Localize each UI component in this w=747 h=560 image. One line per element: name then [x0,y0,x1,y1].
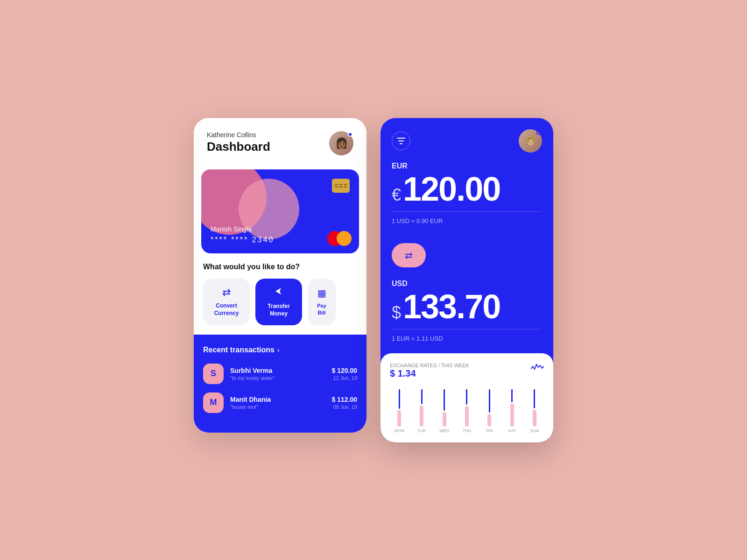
usd-rate: 1 EUR = 1.11 USD [392,335,542,342]
bar-pink-sun [533,410,536,426]
card-info: Manish Singla **** **** 2340 [211,225,274,244]
chart-header: EXCHANGE RATES / THIS WEEK $ 1.34 [390,363,544,385]
bar-pink-mon [397,410,401,427]
bar-label-sat: SAT [508,428,516,433]
bar-blue-wed [444,389,445,411]
tx-note-2: "house rent" [230,404,325,410]
bar-blue-sun [534,389,535,409]
bar-wrap-mon [390,389,409,427]
tx-avatar-manit: M [203,392,224,413]
eur-section: EUR € 120.00 1 USD = 0.90 EUR [381,157,553,236]
swap-button[interactable]: ⇄ [392,243,426,267]
chart-title: EXCHANGE RATES / THIS WEEK [390,363,469,368]
mastercard-logo [327,231,352,246]
actions-section: What would you like to do? ⇄ ConvertCurr… [194,263,366,335]
swap-section: ⇄ [381,243,553,267]
chart-section: EXCHANGE RATES / THIS WEEK $ 1.34 MONTUE… [381,353,553,442]
bar-label-wed: WED [439,428,449,433]
left-panel: Katherine Collins Dashboard 👩🏾 [194,118,366,433]
transactions-title: Recent transactions [203,346,275,354]
eur-amount-row: € 120.00 [392,172,542,206]
chip-line [344,186,347,188]
bar-pink-wed [443,412,446,426]
right-panel: 👩🏼 EUR € 120.00 1 USD = 0.90 EUR ⇄ USD $ [381,118,553,442]
tx-note-1: "to my lovely sister" [230,375,325,381]
bar-group-thu: THU [458,389,476,433]
usd-amount: 133.70 [403,290,500,323]
pay-bill-button[interactable]: ▦ PayBill [308,279,336,325]
bar-blue-tue [421,389,423,404]
app-container: Katherine Collins Dashboard 👩🏾 [194,118,553,442]
bank-card[interactable]: Manish Singla **** **** 2340 [201,169,359,253]
tx-info-surbhi: Surbhi Verma "to my lovely sister" [230,367,325,381]
svg-rect-0 [397,138,405,139]
usd-divider [392,329,542,329]
mc-orange-circle [337,231,352,246]
eur-label: EUR [392,162,542,170]
tx-date-1: 12 Jun, 19 [332,375,358,381]
avatar-status-dot [348,132,352,137]
bar-wrap-sun [525,389,544,427]
chart-title-sub: / THIS WEEK [438,363,469,368]
transaction-item-2[interactable]: M Manit Dhania "house rent" $ 112.00 08 … [203,392,357,413]
bar-label-tue: TUE [417,428,426,433]
eur-rate: 1 USD = 0.90 EUR [392,217,542,224]
bar-group-fri: FRI [480,389,499,433]
chart-title-main: EXCHANGE RATES [390,363,437,368]
bar-pink-thu [465,406,469,427]
pay-bill-icon: ▦ [317,287,326,299]
tx-info-manit: Manit Dhania "house rent" [230,396,325,410]
actions-row: ⇄ ConvertCurrency TransferMoney ▦ PayBil… [203,279,357,325]
filter-button[interactable] [392,132,410,150]
chart-current-value: $ 1.34 [390,368,469,379]
bar-blue-sat [511,389,513,403]
card-holder-name: Manish Singla [211,225,274,233]
chip-line [339,186,342,188]
eur-amount: 120.00 [403,172,500,206]
tx-amount-col-1: $ 120.00 12 Jun, 19 [332,367,358,381]
right-avatar[interactable]: 👩🏼 [519,129,542,153]
right-avatar-dot [536,130,541,135]
usd-amount-row: $ 133.70 [392,290,542,323]
bar-wrap-fri [480,389,499,427]
transaction-item-1[interactable]: S Surbhi Verma "to my lovely sister" $ 1… [203,364,357,384]
chart-title-group: EXCHANGE RATES / THIS WEEK $ 1.34 [390,363,469,385]
svg-rect-2 [400,143,402,144]
bar-blue-fri [489,389,490,413]
convert-icon: ⇄ [222,287,231,299]
convert-label: ConvertCurrency [214,302,239,317]
bar-label-thu: THU [463,428,472,433]
bar-label-mon: MON [395,428,404,433]
bar-chart: MONTUEWEDTHUFRISATSUN [390,386,544,433]
bar-group-sat: SAT [502,389,521,433]
transactions-more-arrow[interactable]: › [277,346,280,354]
transfer-icon [274,286,284,299]
tx-amount-col-2: $ 112.00 08 Jun, 19 [332,396,358,410]
transfer-money-button[interactable]: TransferMoney [255,279,302,325]
user-name: Katherine Collins [207,131,270,139]
chip-icon [332,179,350,193]
tx-avatar-surbhi: S [203,364,224,384]
bar-group-tue: TUE [412,389,431,433]
bar-group-sun: SUN [525,389,544,433]
tx-name-2: Manit Dhania [230,396,325,403]
bar-wrap-wed [435,389,454,427]
bar-wrap-tue [412,389,431,427]
tx-date-2: 08 Jun, 19 [332,404,358,410]
usd-section: USD $ 133.70 1 EUR = 1.11 USD [381,275,553,353]
page-title: Dashboard [207,140,270,154]
chip-line [335,186,338,188]
pay-bill-label: PayBill [317,302,326,316]
bar-pink-fri [487,414,491,427]
bar-blue-mon [399,389,400,409]
usd-label: USD [392,280,542,288]
chip-line [339,184,342,185]
bar-label-fri: FRI [486,428,493,433]
avatar-wrap[interactable]: 👩🏾 [329,131,353,155]
card-number: **** **** 2340 [211,236,274,244]
bar-group-mon: MON [390,389,409,433]
chart-wave-icon [531,363,544,374]
convert-currency-button[interactable]: ⇄ ConvertCurrency [203,279,250,325]
bar-wrap-thu [458,389,476,427]
chip-line [344,184,347,185]
